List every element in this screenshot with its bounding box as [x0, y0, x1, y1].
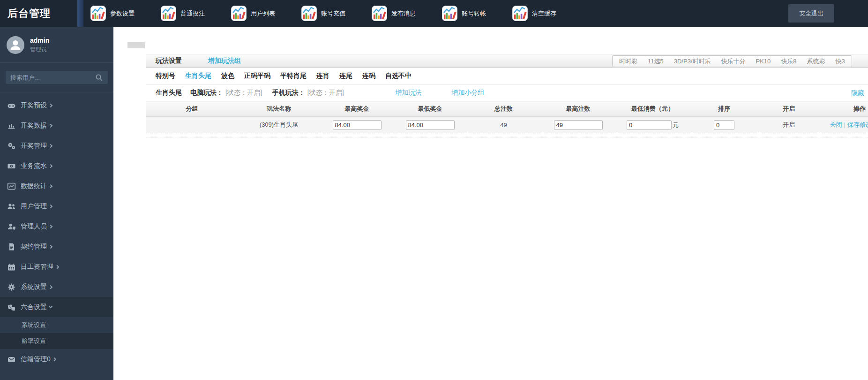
mobile-play-status: [状态：开启]: [307, 89, 344, 97]
lottery-tab-pk10[interactable]: PK10: [756, 58, 771, 65]
sidebar-item-draw-preset[interactable]: 开奖预设: [0, 95, 113, 115]
topnav-item-normal-betting[interactable]: 普通投注: [161, 6, 205, 21]
sidebar-item-label: 业务流水: [21, 162, 47, 170]
subtab-zodiac-head-tail[interactable]: 生肖头尾: [185, 72, 211, 80]
app-title: 后台管理: [7, 0, 51, 27]
sidebar-item-label: 六合设置: [21, 303, 47, 312]
min-cost-input[interactable]: [627, 120, 672, 130]
sidebar-subitem-system-settings[interactable]: 系统设置: [0, 317, 113, 333]
sidebar: admin 管理员 开奖预设 开奖数据 开奖管理 业务流水 数据统计: [0, 27, 113, 380]
pc-play-label: 电脑玩法：: [190, 89, 223, 97]
chart-app-icon: [161, 6, 176, 21]
sidebar-item-transaction-flow[interactable]: 业务流水: [0, 156, 113, 176]
sidebar-item-mailbox[interactable]: 信箱管理0: [0, 349, 113, 369]
add-play-link[interactable]: 增加玩法: [396, 89, 422, 97]
sidebar-item-system-settings[interactable]: 系统设置: [0, 277, 113, 297]
min-prize-input[interactable]: [406, 120, 455, 130]
add-subgroup-link[interactable]: 增加小分组: [452, 89, 485, 97]
col-actions: 操作: [819, 101, 868, 117]
money-icon: [7, 162, 16, 170]
topnav-item-account-recharge[interactable]: 账号充值: [301, 6, 345, 21]
play-table: 分组 玩法名称 最高奖金 最低奖金 总注数 最高注数 最低消费（元） 排序 开启…: [146, 101, 868, 133]
topnav-item-param-settings[interactable]: 参数设置: [90, 6, 135, 21]
save-edit-link[interactable]: 保存修改: [847, 121, 868, 128]
sidebar-item-label: 系统设置: [21, 283, 47, 291]
sidebar-item-contract-manage[interactable]: 契约管理: [0, 236, 113, 257]
search-input[interactable]: [6, 71, 108, 84]
group-name: 生肖头尾: [156, 89, 182, 97]
subtab-lian-wei[interactable]: 连尾: [339, 72, 352, 80]
lottery-tab-kl8[interactable]: 快乐8: [781, 57, 796, 66]
gears-icon: [7, 142, 16, 150]
lottery-tab-system[interactable]: 系统彩: [807, 57, 825, 66]
chart-app-icon: [90, 6, 106, 21]
topnav-item-clear-cache[interactable]: 清空缓存: [512, 6, 556, 21]
admin-user-icon: [7, 222, 16, 231]
sidebar-item-label: 信箱管理0: [21, 355, 51, 364]
sidebar-item-label: 契约管理: [21, 243, 47, 251]
chevron-right-icon: [49, 204, 52, 208]
sort-input[interactable]: [714, 120, 734, 130]
sidebar-item-mark-six-settings[interactable]: 六合设置: [0, 297, 113, 317]
sidebar-item-data-stats[interactable]: 数据统计: [0, 176, 113, 196]
sidebar-item-draw-manage[interactable]: 开奖管理: [0, 136, 113, 156]
close-link[interactable]: 关闭: [830, 121, 842, 128]
subtab-self-pick-miss[interactable]: 自选不中: [385, 72, 412, 80]
sidebar-menu: 开奖预设 开奖数据 开奖管理 业务流水 数据统计 用户管理 管理人员 契约管理: [0, 92, 113, 369]
max-bets-input[interactable]: [554, 120, 603, 130]
lottery-tab-3d[interactable]: 3D/P3/时时乐: [674, 57, 711, 66]
chevron-right-icon: [49, 184, 52, 188]
contract-icon: [7, 243, 16, 251]
lottery-tab-11x5[interactable]: 11选5: [648, 57, 664, 66]
lottery-tab-k3[interactable]: 快3: [836, 57, 845, 66]
card-tab-bar: 玩法设置 增加玩法组 时时彩 11选5 3D/P3/时时乐 快乐十分 PK10 …: [146, 54, 868, 68]
subtab-lian-xiao[interactable]: 连肖: [316, 72, 329, 80]
cost-unit: 元: [673, 122, 679, 129]
sidebar-item-daily-wage[interactable]: 日工资管理: [0, 257, 113, 277]
col-min-prize: 最低奖金: [394, 101, 466, 117]
topnav-label: 清空缓存: [532, 9, 556, 18]
max-prize-input[interactable]: [333, 120, 382, 130]
play-subtabs: 特别号 生肖头尾 波色 正码平码 平特肖尾 连肖 连尾 连码 自选不中: [146, 68, 868, 85]
table-row: (309)生肖头尾 49 元 开启 关闭|保存修改|修改: [146, 117, 868, 133]
topbar: 后台管理 参数设置 普通投注 用户列表 账号充值 发布消息 账号转帐 清空缓: [0, 0, 868, 27]
col-sort: 排序: [690, 101, 758, 117]
cell-total-bets: 49: [466, 117, 541, 133]
calendar-icon: [7, 263, 16, 271]
main-content: 玩法设置 增加玩法组 时时彩 11选5 3D/P3/时时乐 快乐十分 PK10 …: [113, 27, 868, 380]
topnav-item-user-list[interactable]: 用户列表: [231, 6, 275, 21]
topnav-item-account-transfer[interactable]: 账号转帐: [442, 6, 486, 21]
sidebar-item-label: 开奖预设: [21, 101, 47, 110]
sidebar-item-admin-staff[interactable]: 管理人员: [0, 216, 113, 236]
sidebar-item-draw-data[interactable]: 开奖数据: [0, 115, 113, 136]
sidebar-item-user-manage[interactable]: 用户管理: [0, 196, 113, 216]
subtab-lian-ma[interactable]: 连码: [362, 72, 375, 80]
lottery-tab-klsf[interactable]: 快乐十分: [721, 57, 745, 66]
chevron-right-icon: [49, 123, 52, 127]
subtab-normal-flat[interactable]: 正码平码: [244, 72, 270, 80]
col-total-bets: 总注数: [466, 101, 541, 117]
bar-chart-icon: [7, 122, 16, 130]
search-icon[interactable]: [95, 74, 103, 82]
breadcrumb-placeholder: [127, 42, 145, 48]
logout-button[interactable]: 安全退出: [788, 4, 834, 23]
add-play-group-link[interactable]: 增加玩法组: [208, 57, 241, 65]
sidebar-item-label: 数据统计: [21, 182, 47, 190]
topnav-item-publish-message[interactable]: 发布消息: [372, 6, 416, 21]
subtab-flat-special[interactable]: 平特肖尾: [280, 72, 307, 80]
chevron-right-icon: [55, 265, 59, 268]
col-group: 分组: [146, 101, 238, 117]
nav-highlight-stripe: [77, 0, 83, 27]
col-max-bets: 最高注数: [541, 101, 615, 117]
top-navigation: 参数设置 普通投注 用户列表 账号充值 发布消息 账号转帐 清空缓存: [90, 0, 583, 27]
tab-play-settings[interactable]: 玩法设置: [156, 57, 182, 65]
subtab-wave-color[interactable]: 波色: [221, 72, 234, 80]
cell-play-name: (309)生肖头尾: [238, 117, 320, 133]
hide-link[interactable]: 隐藏: [851, 85, 864, 101]
lottery-tab-ssc[interactable]: 时时彩: [619, 57, 637, 66]
chevron-right-icon: [49, 164, 52, 167]
sidebar-subitem-odds-settings[interactable]: 赔率设置: [0, 333, 113, 349]
subtab-special-number[interactable]: 特别号: [156, 72, 175, 80]
chart-app-icon: [512, 6, 528, 21]
user-panel: admin 管理员: [0, 27, 113, 63]
